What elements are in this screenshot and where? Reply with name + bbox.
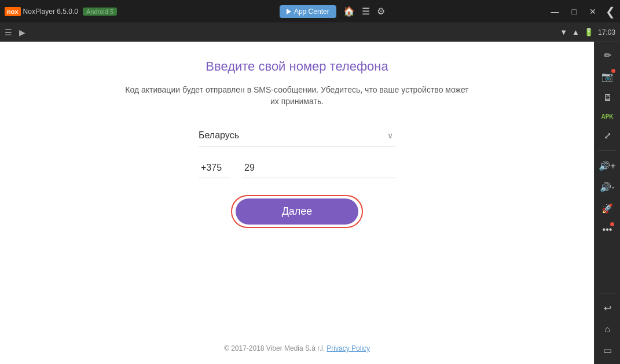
back-arrow-icon[interactable]: ❮	[606, 5, 615, 19]
titlebar: nox NoxPlayer 6.5.0.0 Android 5 App Cent…	[0, 0, 620, 23]
rocket-icon[interactable]: 🚀	[598, 200, 617, 218]
hamburger-icon[interactable]: ☰	[5, 28, 12, 37]
page-subtitle: Код активации будет отправлен в SMS-сооб…	[123, 84, 471, 107]
play-icon	[287, 9, 291, 14]
secondary-toolbar: ☰ ▶ ▼ ▲ 🔋 17:03	[0, 23, 620, 42]
sidebar-divider-1	[599, 150, 616, 151]
footer: © 2017-2018 Viber Media S.à r.l. Privacy…	[224, 344, 370, 352]
privacy-policy-link[interactable]: Privacy Policy	[326, 344, 370, 352]
nox-logo-box: nox	[5, 7, 21, 16]
signal-icon: ▲	[572, 28, 579, 36]
fullscreen-icon[interactable]: ⤢	[600, 127, 615, 145]
volume-down-icon[interactable]: 🔊-	[596, 178, 618, 196]
apps-nav-icon[interactable]: ▭	[600, 341, 615, 359]
minimize-button[interactable]: —	[548, 6, 563, 17]
back-nav-icon[interactable]: ↩	[600, 299, 615, 317]
page-title: Введите свой номер телефона	[206, 59, 388, 74]
app-content: Введите свой номер телефона Код активаци…	[0, 42, 594, 364]
nox-version: NoxPlayer 6.5.0.0	[23, 8, 78, 16]
more-badge	[610, 222, 614, 226]
apk-icon[interactable]: APK	[597, 110, 617, 123]
app-center-button[interactable]: App Center	[280, 5, 336, 18]
main-layout: Введите свой номер телефона Код активаци…	[0, 42, 620, 364]
settings-icon[interactable]: ⚙	[377, 6, 385, 17]
app-center-label: App Center	[294, 8, 329, 16]
country-code-display: +375	[199, 158, 230, 178]
home-icon[interactable]: 🏠	[343, 6, 355, 17]
screen-icon[interactable]: 🖥	[599, 89, 615, 106]
phone-input-row: +375	[199, 158, 395, 178]
maximize-button[interactable]: □	[568, 6, 580, 17]
phone-number-input[interactable]	[242, 158, 395, 178]
right-sidebar: ✏ 📷 🖥 APK ⤢ 🔊+ 🔊- 🚀 ••• ↩ ⌂ ▭	[594, 42, 620, 364]
country-select[interactable]: Беларусь	[199, 124, 395, 146]
nox-logo: nox NoxPlayer 6.5.0.0	[5, 7, 78, 16]
next-button[interactable]: Далее	[236, 198, 359, 225]
copyright-text: © 2017-2018 Viber Media S.à r.l.	[224, 344, 325, 352]
battery-icon: 🔋	[584, 28, 593, 36]
next-button-wrapper: Далее	[236, 198, 359, 225]
edit-icon[interactable]: ✏	[600, 46, 615, 64]
screen-area: Введите свой номер телефона Код активаци…	[0, 42, 594, 364]
volume-up-icon[interactable]: 🔊+	[595, 157, 619, 175]
home-nav-icon[interactable]: ⌂	[601, 321, 614, 338]
menu-icon[interactable]: ☰	[362, 6, 370, 17]
play-toolbar-icon[interactable]: ▶	[19, 28, 25, 37]
titlebar-right: — □ ✕ ❮	[548, 5, 615, 19]
titlebar-center: App Center 🏠 ☰ ⚙	[280, 5, 385, 18]
clock: 17:03	[598, 28, 615, 36]
titlebar-left: nox NoxPlayer 6.5.0.0 Android 5	[5, 7, 117, 16]
wifi-icon: ▼	[560, 28, 567, 36]
close-button[interactable]: ✕	[586, 6, 600, 17]
camera-badge	[611, 69, 615, 73]
more-icon[interactable]: •••	[599, 221, 616, 238]
status-bar: ▼ ▲ 🔋 17:03	[560, 28, 615, 36]
android-badge: Android 5	[83, 8, 117, 16]
sidebar-divider-2	[599, 293, 616, 293]
camera-icon[interactable]: 📷	[598, 68, 617, 86]
country-selector-container: Беларусь ∨	[199, 124, 395, 146]
